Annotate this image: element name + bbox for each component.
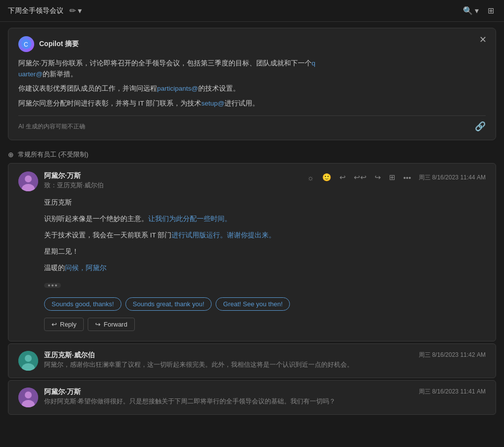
- collapsed-preview-1: 阿黛尔，感谢你出狂澜幸重了议程，这一切听起来很完美。此外，我相信这将是一个认识到…: [44, 361, 413, 369]
- quick-reply-1[interactable]: Sounds good, thanks!: [44, 297, 121, 311]
- message-body: 亚历克斯 识别听起来像是一个绝妙的主意。让我们为此分配一些时间。 关于技术设置，…: [18, 197, 486, 290]
- svg-text:C: C: [24, 41, 28, 48]
- message-meta: ☼ 🙂 ↩ ↩↩ ↪ ⊞ ••• 周三 8/16/2023 11:44 AM: [305, 171, 486, 183]
- collapsed-timestamp-2: 周三 8/16/2023 11:41 AM: [419, 388, 486, 396]
- copilot-paragraph-2: 你建议表彰优秀团队成员的工作，并询问远程participants@的技术设置。: [18, 83, 486, 94]
- pencil-icon: ✏: [69, 6, 76, 15]
- message-card-expanded: 阿黛尔·万斯 致：亚历克斯·威尔伯 ☼ 🙂 ↩ ↩↩ ↪ ⊞ ••• 周三 8/…: [8, 163, 496, 341]
- collapsed-sender-2: 阿黛尔·万斯: [44, 388, 413, 396]
- dot-2: [52, 284, 54, 286]
- avatar-purple-2: [18, 388, 38, 407]
- body-greeting: 亚历克斯: [44, 197, 486, 209]
- page-title: 下周全手领导会议: [8, 6, 63, 15]
- reply-icon: ↩: [52, 321, 57, 328]
- copilot-paragraph-3: 阿黛尔同意分配时间进行表彰，并将与 IT 部门联系，为技术setup@进行试用。: [18, 98, 486, 109]
- forward-icon: ↪: [95, 321, 101, 328]
- emoji-button[interactable]: 🙂: [320, 171, 334, 183]
- sender-details: 阿黛尔·万斯 致：亚历克斯·威尔伯: [44, 171, 104, 190]
- ai-disclaimer: AI 生成的内容可能不正确: [18, 122, 85, 131]
- top-bar-actions: 🔍 ▾ ⊞: [461, 5, 496, 16]
- react-sun-button[interactable]: ☼: [305, 172, 317, 183]
- message-card-collapsed-1[interactable]: 亚历克斯·威尔伯 阿黛尔，感谢你出狂澜幸重了议程，这一切听起来很完美。此外，我相…: [8, 343, 496, 378]
- svg-point-6: [25, 355, 32, 362]
- svg-point-3: [25, 175, 32, 182]
- new-tab-button[interactable]: ⊞: [486, 5, 496, 16]
- forward-button-icon[interactable]: ↪: [372, 171, 384, 183]
- reply-button-icon[interactable]: ↩: [337, 171, 348, 183]
- search-icon: 🔍: [463, 6, 473, 15]
- dot-1: [48, 284, 50, 286]
- copilot-close-button[interactable]: ✕: [476, 34, 490, 45]
- top-bar: 下周全手领导会议 ✏ ▾ 🔍 ▾ ⊞: [0, 0, 504, 22]
- copilot-summary-card: C Copilot 摘要 ✕ 阿黛尔·万斯与你联系，讨论即将召开的全手领导会议，…: [8, 28, 496, 140]
- sender-info: 阿黛尔·万斯 致：亚历克斯·威尔伯: [18, 171, 104, 191]
- collapsed-content-1: 亚历克斯·威尔伯 阿黛尔，感谢你出狂澜幸重了议程，这一切听起来很完美。此外，我相…: [44, 351, 413, 369]
- copilot-footer: AI 生成的内容可能不正确 🔗: [18, 115, 486, 132]
- body-para-1: 识别听起来像是一个绝妙的主意。让我们为此分配一些时间。: [44, 214, 486, 225]
- search-button[interactable]: 🔍 ▾: [461, 5, 481, 16]
- group-icon: ⊕: [8, 151, 14, 159]
- body-para-3: 星期二见！: [44, 246, 486, 258]
- avatar-teal: [18, 351, 38, 371]
- avatar: [18, 171, 38, 191]
- dropdown-icon: ▾: [78, 6, 82, 15]
- search-dropdown-icon: ▾: [475, 6, 479, 15]
- body-sign-off: 温暖的问候，阿黛尔: [44, 263, 486, 274]
- collapsed-sender-1: 亚历克斯·威尔伯: [44, 351, 413, 360]
- feedback-icon[interactable]: 🔗: [475, 121, 486, 132]
- expand-button[interactable]: ⊞: [387, 171, 398, 183]
- quick-reply-2[interactable]: Sounds great, thank you!: [125, 297, 212, 311]
- collapsed-preview-2: 你好阿克斯·希望你做得很好。只是想接触关于下周二即将举行的全手领导会议的基础。我…: [44, 397, 413, 406]
- message-footer-actions: ↩ Reply ↪ Forward: [44, 318, 486, 331]
- top-bar-left: 下周全手领导会议 ✏ ▾: [8, 5, 84, 16]
- quick-replies: Sounds good, thanks! Sounds great, thank…: [44, 297, 486, 311]
- reply-label: Reply: [60, 321, 76, 328]
- new-tab-icon: ⊞: [488, 6, 494, 15]
- thread-section: ⊕ 常规所有员工 (不受限制) 阿黛尔·万斯 致：亚历克斯·威尔伯: [8, 146, 496, 415]
- message-actions: ☼ 🙂 ↩ ↩↩ ↪ ⊞ •••: [305, 171, 414, 183]
- copilot-header: C Copilot 摘要: [18, 36, 486, 52]
- copilot-title: Copilot 摘要: [39, 40, 79, 49]
- collapsed-content-2: 阿黛尔·万斯 你好阿克斯·希望你做得很好。只是想接触关于下周二即将举行的全手领导…: [44, 388, 413, 406]
- thread-header: ⊕ 常规所有员工 (不受限制): [8, 146, 496, 163]
- message-header: 阿黛尔·万斯 致：亚历克斯·威尔伯 ☼ 🙂 ↩ ↩↩ ↪ ⊞ ••• 周三 8/…: [18, 171, 486, 191]
- copilot-body: 阿黛尔·万斯与你联系，讨论即将召开的全手领导会议，包括第三季度的目标、团队成就和…: [18, 58, 486, 109]
- dot-3: [55, 284, 57, 286]
- forward-footer-button[interactable]: ↪ Forward: [88, 318, 135, 331]
- collapsed-timestamp-1: 周三 8/16/2023 11:42 AM: [419, 351, 486, 359]
- message-timestamp: 周三 8/16/2023 11:44 AM: [419, 173, 486, 182]
- reply-all-button[interactable]: ↩↩: [351, 171, 369, 183]
- reply-footer-button[interactable]: ↩ Reply: [44, 318, 84, 331]
- ellipsis-dots[interactable]: [44, 283, 61, 288]
- more-actions-button[interactable]: •••: [401, 172, 414, 183]
- quick-reply-3[interactable]: Great! See you then!: [216, 297, 290, 311]
- copilot-paragraph-1: 阿黛尔·万斯与你联系，讨论即将召开的全手领导会议，包括第三季度的目标、团队成就和…: [18, 58, 486, 79]
- forward-label: Forward: [104, 321, 127, 328]
- body-para-2: 关于技术设置，我会在一天前联系 IT 部门进行试用版运行。谢谢你提出来。: [44, 230, 486, 241]
- thread-label: 常规所有员工 (不受限制): [18, 150, 88, 159]
- svg-point-9: [25, 391, 32, 398]
- message-card-collapsed-2[interactable]: 阿黛尔·万斯 你好阿克斯·希望你做得很好。只是想接触关于下周二即将举行的全手领导…: [8, 380, 496, 415]
- sender-to: 致：亚历克斯·威尔伯: [44, 181, 104, 190]
- title-options-button[interactable]: ✏ ▾: [67, 5, 84, 16]
- copilot-logo: C: [18, 36, 34, 52]
- sender-name: 阿黛尔·万斯: [44, 171, 104, 180]
